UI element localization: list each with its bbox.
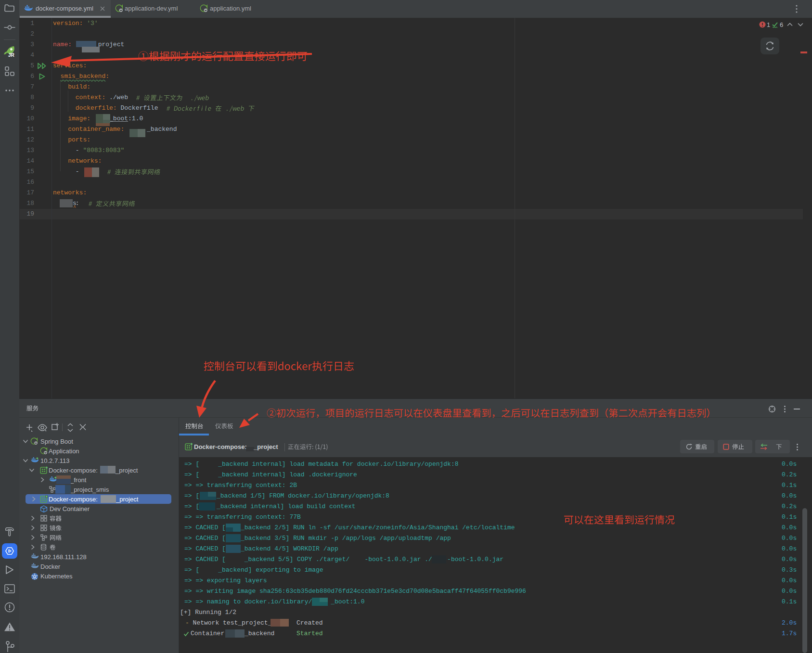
svg-text:1: 1 (767, 21, 770, 28)
svg-text:6: 6 (780, 21, 783, 28)
svg-text:JR: JR (8, 52, 15, 58)
